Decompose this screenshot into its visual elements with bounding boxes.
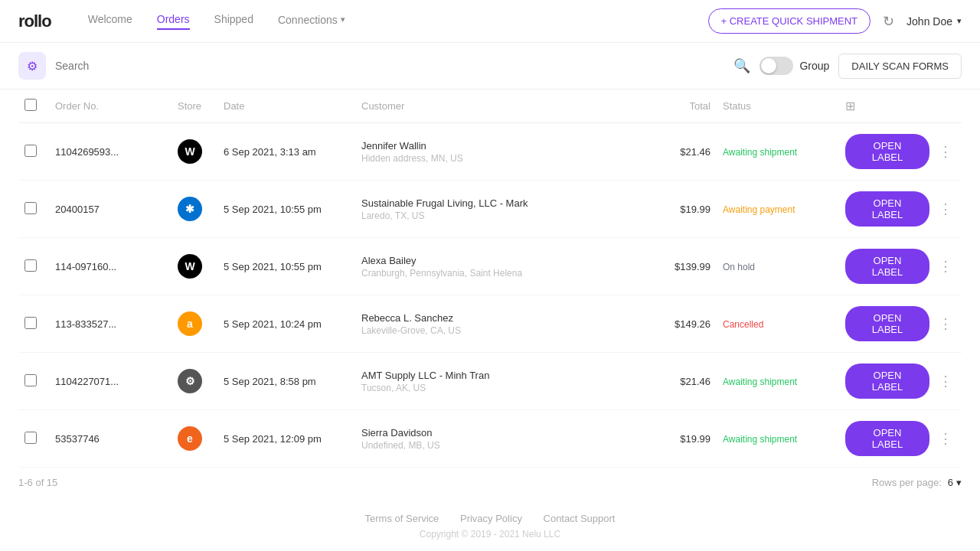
customer-address: Undefined, MB, US <box>361 440 634 451</box>
order-number: 114-097160... <box>49 238 172 295</box>
create-shipment-button[interactable]: + CREATE QUICK SHIPMENT <box>708 8 871 34</box>
nav-right: + CREATE QUICK SHIPMENT ↻ John Doe ▾ <box>708 8 962 34</box>
column-settings-icon[interactable]: ⊞ <box>845 99 855 113</box>
order-total: $21.46 <box>640 123 717 181</box>
order-total: $19.99 <box>640 181 717 238</box>
table-row: 53537746 e 5 Sep 2021, 12:09 pm Sierra D… <box>18 410 962 468</box>
customer-cell: Rebecca L. Sanchez Lakeville-Grove, CA, … <box>355 295 640 353</box>
more-options-button[interactable]: ⋮ <box>936 197 956 220</box>
footer: Terms of Service Privacy Policy Contact … <box>0 497 980 551</box>
status-badge: Awaiting shipment <box>723 377 797 387</box>
store-cell: a <box>172 295 217 353</box>
footer-bar: 1-6 of 15 Rows per page: 6 ▾ <box>0 468 980 497</box>
store-icon: W <box>178 139 202 164</box>
customer-cell: Sustainable Frugal Living, LLC - Mark La… <box>355 181 640 238</box>
order-status: Awaiting shipment <box>717 410 839 468</box>
nav-orders[interactable]: Orders <box>157 13 190 30</box>
order-date: 5 Sep 2021, 10:55 pm <box>217 181 355 238</box>
daily-scan-button[interactable]: DAILY SCAN FORMS <box>838 54 962 79</box>
chevron-down-icon: ▾ <box>957 16 962 26</box>
customer-name: Jennifer Wallin <box>361 140 634 152</box>
orders-table-wrap: Order No. Store Date Customer Total Stat… <box>0 90 980 468</box>
order-number: 53537746 <box>49 410 172 468</box>
user-name: John Doe <box>906 15 952 28</box>
status-badge: Awaiting shipment <box>723 147 797 158</box>
more-options-button[interactable]: ⋮ <box>936 140 956 163</box>
row-checkbox[interactable] <box>24 432 37 444</box>
table-row: 114-097160... W 5 Sep 2021, 10:55 pm Ale… <box>18 238 962 295</box>
search-icon[interactable]: 🔍 <box>733 57 750 74</box>
more-options-button[interactable]: ⋮ <box>936 255 956 278</box>
refresh-icon[interactable]: ↻ <box>883 13 894 30</box>
customer-address: Lakeville-Grove, CA, US <box>361 325 634 336</box>
order-date: 6 Sep 2021, 3:13 am <box>217 123 355 181</box>
order-date: 5 Sep 2021, 10:55 pm <box>217 238 355 295</box>
open-label-button[interactable]: OPEN LABEL <box>845 421 929 456</box>
status-badge: Awaiting shipment <box>723 434 797 445</box>
row-checkbox[interactable] <box>24 317 37 329</box>
order-number: 113-833527... <box>49 295 172 353</box>
order-total: $21.46 <box>640 353 717 410</box>
store-cell: e <box>172 410 217 468</box>
open-label-button[interactable]: OPEN LABEL <box>845 306 929 341</box>
store-icon: ✱ <box>178 197 202 221</box>
more-options-button[interactable]: ⋮ <box>936 427 956 450</box>
col-header-status: Status <box>717 90 839 123</box>
row-checkbox[interactable] <box>24 145 37 157</box>
order-status: Awaiting shipment <box>717 353 839 410</box>
actions-cell: OPEN LABEL ⋮ <box>839 238 962 295</box>
rows-per-page-select[interactable]: 6 ▾ <box>948 477 962 488</box>
col-header-customer: Customer <box>355 90 640 123</box>
footer-support[interactable]: Contact Support <box>544 513 616 524</box>
table-row: 1104227071... ⚙ 5 Sep 2021, 8:58 pm AMT … <box>18 353 962 410</box>
footer-terms[interactable]: Terms of Service <box>365 513 439 524</box>
col-header-date: Date <box>217 90 355 123</box>
customer-cell: AMT Supply LLC - Minh Tran Tucson, AK, U… <box>355 353 640 410</box>
open-label-button[interactable]: OPEN LABEL <box>845 134 929 169</box>
table-row: 1104269593... W 6 Sep 2021, 3:13 am Jenn… <box>18 123 962 181</box>
group-toggle-wrap: Group <box>760 57 829 75</box>
open-label-button[interactable]: OPEN LABEL <box>845 364 929 399</box>
filter-button[interactable]: ⚙ <box>18 52 46 80</box>
col-header-actions: ⊞ <box>839 90 962 123</box>
store-cell: W <box>172 238 217 295</box>
rows-per-page-wrap: Rows per page: 6 ▾ <box>872 477 962 488</box>
nav-welcome[interactable]: Welcome <box>88 13 132 30</box>
customer-address: Tucson, AK, US <box>361 383 634 393</box>
nav-shipped[interactable]: Shipped <box>214 13 253 30</box>
more-options-button[interactable]: ⋮ <box>936 370 956 393</box>
actions-cell: OPEN LABEL ⋮ <box>839 295 962 353</box>
order-total: $139.99 <box>640 238 717 295</box>
col-header-total: Total <box>640 90 717 123</box>
status-badge: Cancelled <box>723 319 763 330</box>
group-toggle[interactable] <box>760 57 793 75</box>
nav-connections[interactable]: Connections ▾ <box>278 13 345 30</box>
store-icon: e <box>178 426 202 451</box>
col-header-order: Order No. <box>49 90 172 123</box>
order-date: 5 Sep 2021, 12:09 pm <box>217 410 355 468</box>
row-checkbox[interactable] <box>24 202 37 214</box>
chevron-down-icon: ▾ <box>956 477 962 488</box>
filter-icon: ⚙ <box>27 59 38 73</box>
customer-address: Hidden address, MN, US <box>361 153 634 164</box>
actions-cell: OPEN LABEL ⋮ <box>839 353 962 410</box>
rows-per-page-value: 6 <box>948 477 953 488</box>
select-all-checkbox[interactable] <box>24 99 37 111</box>
customer-name: Alexa Bailey <box>361 255 634 266</box>
actions-cell: OPEN LABEL ⋮ <box>839 123 962 181</box>
row-checkbox[interactable] <box>24 374 37 386</box>
store-cell: ✱ <box>172 181 217 238</box>
toolbar: ⚙ 🔍 Group DAILY SCAN FORMS <box>0 43 980 90</box>
user-menu[interactable]: John Doe ▾ <box>906 15 962 28</box>
footer-privacy[interactable]: Privacy Policy <box>460 513 522 524</box>
group-label: Group <box>799 60 829 72</box>
open-label-button[interactable]: OPEN LABEL <box>845 191 929 227</box>
customer-name: Rebecca L. Sanchez <box>361 312 634 324</box>
search-input[interactable] <box>55 60 724 72</box>
more-options-button[interactable]: ⋮ <box>936 312 956 335</box>
customer-name: Sierra Davidson <box>361 427 634 439</box>
chevron-down-icon: ▾ <box>341 15 345 24</box>
open-label-button[interactable]: OPEN LABEL <box>845 249 929 284</box>
row-checkbox[interactable] <box>24 259 37 272</box>
store-cell: ⚙ <box>172 353 217 410</box>
